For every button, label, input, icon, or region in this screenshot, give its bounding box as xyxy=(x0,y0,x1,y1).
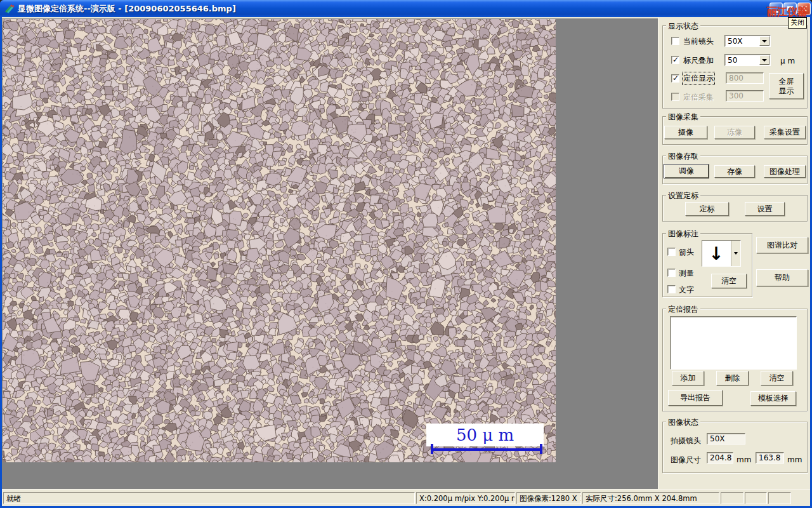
fixed-capture-field[interactable]: 300 xyxy=(726,90,764,102)
image-size-label: 图像尺寸 xyxy=(671,455,701,465)
scale-bar-tick-right xyxy=(540,444,542,454)
measure-label: 测量 xyxy=(679,268,694,279)
scale-bar-tick-left xyxy=(431,444,433,454)
scale-bar: 50 μ m xyxy=(426,424,544,446)
arrow-style-select[interactable]: ↓ xyxy=(702,240,741,267)
group-image-capture-title: 图像采集 xyxy=(666,112,700,123)
load-image-button[interactable]: 调像 xyxy=(664,164,709,178)
measure-checkbox[interactable] xyxy=(667,269,676,277)
shoot-lens-label: 拍摄镜头 xyxy=(671,436,701,446)
text-checkbox[interactable] xyxy=(667,285,676,293)
status-pixel-scale: X:0.200μ m/pix Y:0.200μ m/pix xyxy=(416,492,515,504)
status-empty-1 xyxy=(721,492,743,504)
app-icon xyxy=(4,3,15,13)
arrow-style-dropdown-icon[interactable] xyxy=(731,241,740,266)
ruler-unit-label: μ m xyxy=(780,57,795,65)
fixed-display-label: 定倍显示 xyxy=(683,73,714,84)
current-lens-label: 当前镜头 xyxy=(683,36,714,47)
ruler-overlay-checkbox[interactable] xyxy=(671,56,679,64)
group-annotation-title: 图像标注 xyxy=(666,229,700,239)
report-clear-button[interactable]: 清空 xyxy=(761,371,793,385)
group-image-status: 图像状态 拍摄镜头 50X 图像尺寸 204.8 mm 163.8 mm xyxy=(662,422,808,473)
freeze-button[interactable]: 冻像 xyxy=(714,126,755,139)
ruler-value: 50 xyxy=(728,56,737,65)
client-area: 50 μ m 显示状态 当前镜头 50X 标尺叠加 50 xyxy=(2,17,810,506)
scale-bar-label: 50 μ m xyxy=(456,425,514,444)
close-tooltip: 关闭 xyxy=(788,17,807,29)
image-process-button[interactable]: 图像处理 xyxy=(764,165,806,178)
current-lens-select[interactable]: 50X xyxy=(724,35,771,47)
fixed-display-field[interactable]: 800 xyxy=(726,72,764,84)
group-image-storage-title: 图像存取 xyxy=(666,151,700,162)
window-title: 显微图像定倍系统--演示版 - [20090602055646.bmp] xyxy=(18,3,236,15)
arrow-label: 箭头 xyxy=(679,247,694,258)
report-listbox[interactable] xyxy=(670,316,797,370)
status-bar: 就绪 X:0.200μ m/pix Y:0.200μ m/pix 图像像素:12… xyxy=(2,489,810,506)
image-height-unit: mm xyxy=(787,455,802,464)
template-select-button[interactable]: 模板选择 xyxy=(750,391,796,406)
group-image-storage: 图像存取 调像 存像 图像处理 xyxy=(662,156,808,184)
group-image-capture: 图像采集 摄像 冻像 采集设置 xyxy=(662,116,808,145)
control-panel: 显示状态 当前镜头 50X 标尺叠加 50 μ m 定倍显示 800 定倍采 xyxy=(658,17,810,489)
shoot-lens-field: 50X xyxy=(707,433,745,444)
group-report-title: 定倍报告 xyxy=(666,304,700,315)
ruler-dropdown-icon[interactable] xyxy=(759,55,769,65)
fullscreen-button[interactable]: 全屏显示 xyxy=(769,73,804,99)
atlas-compare-button[interactable]: 图谱比对 xyxy=(756,237,808,253)
report-delete-button[interactable]: 删除 xyxy=(716,371,749,385)
micrograph-image[interactable] xyxy=(3,19,556,462)
camera-button[interactable]: 摄像 xyxy=(664,126,707,139)
status-ready: 就绪 xyxy=(3,492,415,504)
current-lens-value: 50X xyxy=(728,37,743,46)
fixed-capture-checkbox[interactable] xyxy=(671,93,679,101)
status-empty-3 xyxy=(768,492,791,504)
workspace: 50 μ m xyxy=(2,17,658,489)
image-width-field: 204.8 xyxy=(707,452,733,464)
calibrate-button[interactable]: 定标 xyxy=(685,202,729,216)
text-label: 文字 xyxy=(679,284,694,295)
fixed-capture-label: 定倍采集 xyxy=(683,92,714,103)
ruler-overlay-label: 标尺叠加 xyxy=(683,55,714,66)
group-calibration-title: 设置定标 xyxy=(666,190,700,201)
clear-annotation-button[interactable]: 清空 xyxy=(711,274,747,288)
group-display-state: 显示状态 当前镜头 50X 标尺叠加 50 μ m 定倍显示 800 定倍采 xyxy=(662,25,808,109)
status-empty-2 xyxy=(745,492,767,504)
group-image-status-title: 图像状态 xyxy=(666,417,700,428)
fixed-display-checkbox[interactable] xyxy=(671,74,679,83)
capture-settings-button[interactable]: 采集设置 xyxy=(764,126,806,139)
status-actual-size: 实际尺寸:256.0mm X 204.8mm xyxy=(582,492,719,504)
calibration-settings-button[interactable]: 设置 xyxy=(745,202,785,216)
image-height-field: 163.8 xyxy=(756,452,784,464)
group-display-state-title: 显示状态 xyxy=(666,21,700,32)
group-calibration: 设置定标 定标 设置 xyxy=(662,195,808,222)
image-width-unit: mm xyxy=(737,455,751,464)
title-bar[interactable]: 显微图像定倍系统--演示版 - [20090602055646.bmp] × 丽… xyxy=(0,0,812,17)
ruler-value-select[interactable]: 50 xyxy=(724,54,771,66)
group-report: 定倍报告 添加 删除 清空 导出报告 模板选择 xyxy=(662,309,808,411)
help-button[interactable]: 帮助 xyxy=(756,269,808,286)
down-arrow-icon: ↓ xyxy=(702,241,730,266)
export-report-button[interactable]: 导出报告 xyxy=(668,390,723,406)
report-add-button[interactable]: 添加 xyxy=(672,371,704,385)
current-lens-dropdown-icon[interactable] xyxy=(759,36,769,46)
group-annotation: 图像标注 箭头 ↓ 测量 清空 文字 xyxy=(662,233,752,297)
app-window: 显微图像定倍系统--演示版 - [20090602055646.bmp] × 丽… xyxy=(0,0,812,508)
status-image-pixels: 图像像素:1280 X 1024 xyxy=(516,492,581,504)
arrow-checkbox[interactable] xyxy=(667,248,676,256)
current-lens-checkbox[interactable] xyxy=(671,37,679,45)
save-image-button[interactable]: 存像 xyxy=(714,165,755,178)
scale-bar-line xyxy=(431,448,542,451)
